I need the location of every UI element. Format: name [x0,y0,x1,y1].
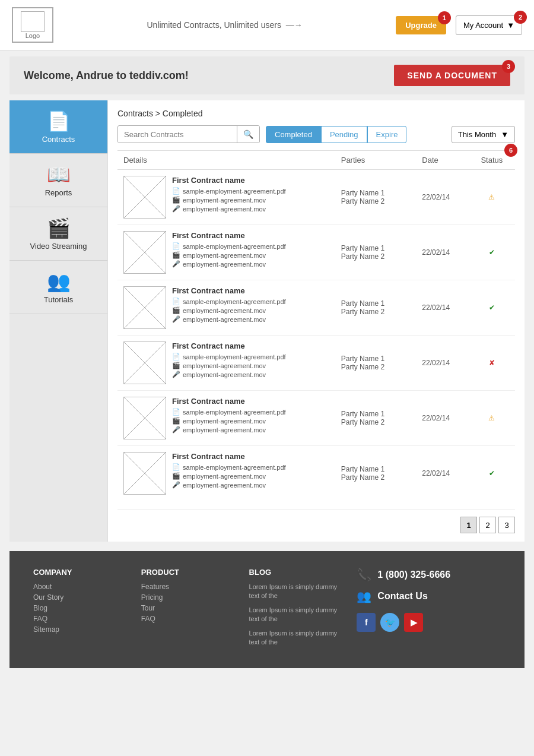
contracts-icon: 📄 [47,110,71,132]
blog-item-3: Lorem Ipsum is simply dummy text of the [249,629,345,647]
filter-bar: 🔍 Completed Pending Expire This Month ▼ [117,125,515,143]
tab-completed[interactable]: Completed [266,126,321,143]
sidebar-item-video-streaming[interactable]: 🎬 Video Streaming [9,207,107,261]
promo-text: Unlimited Contracts, Unlimited users —→ [53,20,396,30]
sidebar-item-reports[interactable]: 📖 Reports [9,154,107,207]
send-document-button[interactable]: SEND A DOCUMENT [394,65,510,86]
logo-label: Logo [26,32,40,39]
mic-icon: 🎤 [172,315,180,323]
video-file-1[interactable]: 🎬 employment-agreement.mov [172,362,286,369]
footer-link-product-faq[interactable]: FAQ [141,615,237,623]
footer-link-tour[interactable]: Tour [141,604,237,612]
parties-cell: Party Name 1 Party Name 2 [335,225,417,280]
party1: Party Name 1 [341,410,411,418]
table-row[interactable]: First Contract name 📄 sample-employment-… [117,446,515,501]
pdf-icon: 📄 [172,187,180,195]
footer-link-faq[interactable]: FAQ [33,615,129,623]
phone-number: 1 (800) 325-6666 [377,570,450,580]
audio-file[interactable]: 🎤 employment-agreement.mov [172,205,286,213]
parties-cell: Party Name 1 Party Name 2 [335,446,417,501]
facebook-icon[interactable]: f [357,613,376,632]
youtube-icon[interactable]: ▶ [404,613,423,632]
footer-contact: 📞 1 (800) 325-6666 👥 Contact Us f 🐦 ▶ [357,568,501,651]
pdf-file[interactable]: 📄 sample-employment-agreement.pdf [172,463,286,471]
search-button[interactable]: 🔍 [237,126,259,143]
pdf-icon: 📄 [172,408,180,416]
contract-detail-cell: First Contract name 📄 sample-employment-… [117,170,335,225]
tab-pending[interactable]: Pending [321,126,367,143]
video-file-1[interactable]: 🎬 employment-agreement.mov [172,472,286,480]
contract-detail-cell: First Contract name 📄 sample-employment-… [117,336,335,391]
logo: Logo [12,7,53,43]
party1: Party Name 1 [341,355,411,363]
account-button[interactable]: My Account ▼ [456,15,522,35]
video-file-1[interactable]: 🎬 employment-agreement.mov [172,196,286,204]
pdf-file[interactable]: 📄 sample-employment-agreement.pdf [172,353,286,360]
status-cell: ✔ [469,446,515,501]
twitter-icon[interactable]: 🐦 [380,613,399,632]
welcome-text: Welcome, Andrue to teddiv.com! [24,69,189,82]
logo-image [21,11,44,32]
audio-file[interactable]: 🎤 employment-agreement.mov [172,260,286,268]
status-cell: ✔ [469,280,515,336]
pdf-file[interactable]: 📄 sample-employment-agreement.pdf [172,298,286,305]
video-icon: 🎬 [172,472,180,480]
footer-link-pricing[interactable]: Pricing [141,593,237,602]
status-badge: 6 [504,144,517,157]
sidebar-item-tutorials[interactable]: 👥 Tutorials [9,261,107,314]
product-title: PRODUCT [141,568,237,577]
contract-thumbnail [123,176,166,219]
table-row[interactable]: First Contract name 📄 sample-employment-… [117,170,515,225]
audio-file[interactable]: 🎤 employment-agreement.mov [172,371,286,378]
status-cell: ⚠ [469,170,515,225]
tab-expire[interactable]: Expire [367,126,407,143]
footer-link-ourstory[interactable]: Our Story [33,593,129,602]
phone-item: 📞 1 (800) 325-6666 [357,568,501,582]
contract-thumbnail [123,231,166,274]
page-btn-1[interactable]: 1 [460,517,477,533]
video-file-1[interactable]: 🎬 employment-agreement.mov [172,251,286,259]
date-cell: 22/02/14 [416,446,468,501]
welcome-bar: Welcome, Andrue to teddiv.com! SEND A DO… [9,56,525,94]
table-row[interactable]: First Contract name 📄 sample-employment-… [117,391,515,446]
page-btn-3[interactable]: 3 [498,517,515,533]
col-status: Status 6 [469,151,515,170]
footer-grid: COMPANY About Our Story Blog FAQ Sitemap… [33,568,501,651]
contract-info: First Contract name 📄 sample-employment-… [172,231,286,268]
contract-name: First Contract name [172,286,286,295]
month-selector[interactable]: This Month ▼ [452,126,515,143]
table-row[interactable]: First Contract name 📄 sample-employment-… [117,280,515,336]
mic-icon: 🎤 [172,426,180,434]
status-cell: ⚠ [469,391,515,446]
party2: Party Name 2 [341,363,411,371]
sidebar-item-contracts[interactable]: 📄 Contracts [9,100,107,154]
main-layout: 📄 Contracts 📖 Reports 🎬 Video Streaming … [9,100,525,542]
audio-file[interactable]: 🎤 employment-agreement.mov [172,426,286,434]
video-file-1[interactable]: 🎬 employment-agreement.mov [172,306,286,314]
pdf-file[interactable]: 📄 sample-employment-agreement.pdf [172,187,286,195]
footer-link-about[interactable]: About [33,583,129,591]
audio-file[interactable]: 🎤 employment-agreement.mov [172,481,286,489]
footer-link-blog[interactable]: Blog [33,604,129,612]
video-file-1[interactable]: 🎬 employment-agreement.mov [172,417,286,425]
table-row[interactable]: First Contract name 📄 sample-employment-… [117,336,515,391]
contact-us-item[interactable]: 👥 Contact Us [357,589,501,603]
footer-link-sitemap[interactable]: Sitemap [33,625,129,634]
pdf-file[interactable]: 📄 sample-employment-agreement.pdf [172,408,286,416]
parties-cell: Party Name 1 Party Name 2 [335,336,417,391]
search-input[interactable] [118,126,237,143]
pdf-icon: 📄 [172,463,180,471]
contact-icon: 👥 [357,589,371,603]
table-row[interactable]: First Contract name 📄 sample-employment-… [117,225,515,280]
pdf-file[interactable]: 📄 sample-employment-agreement.pdf [172,242,286,250]
account-badge: 2 [514,11,527,24]
page-btn-2[interactable]: 2 [479,517,496,533]
video-icon: 🎬 [47,217,71,239]
audio-file[interactable]: 🎤 employment-agreement.mov [172,315,286,323]
contract-info: First Contract name 📄 sample-employment-… [172,176,286,213]
contract-name: First Contract name [172,397,286,406]
party1: Party Name 1 [341,299,411,308]
contract-name: First Contract name [172,176,286,185]
sidebar-item-label-tutorials: Tutorials [44,295,73,304]
footer-link-features[interactable]: Features [141,583,237,591]
